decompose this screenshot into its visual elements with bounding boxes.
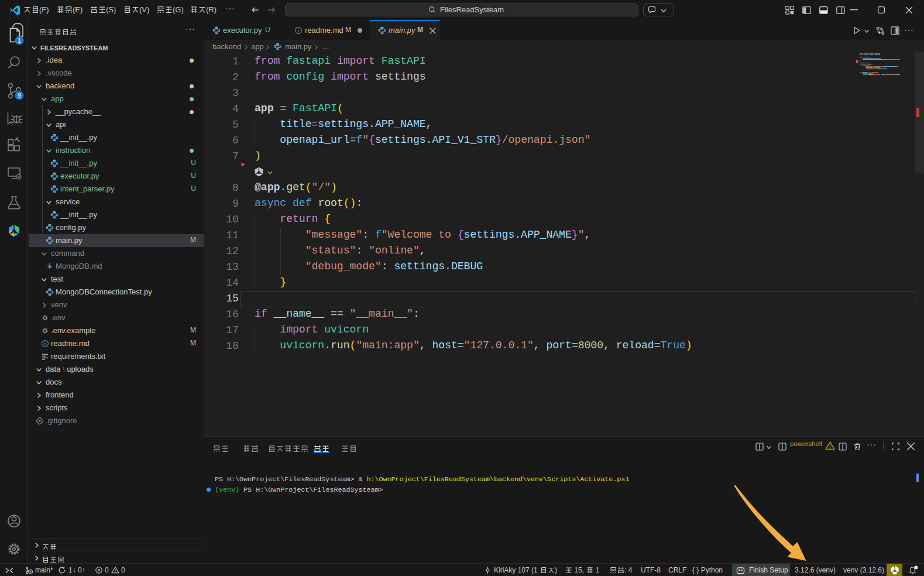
svg-text:1: 1	[18, 37, 21, 44]
svg-text:9: 9	[18, 92, 21, 99]
